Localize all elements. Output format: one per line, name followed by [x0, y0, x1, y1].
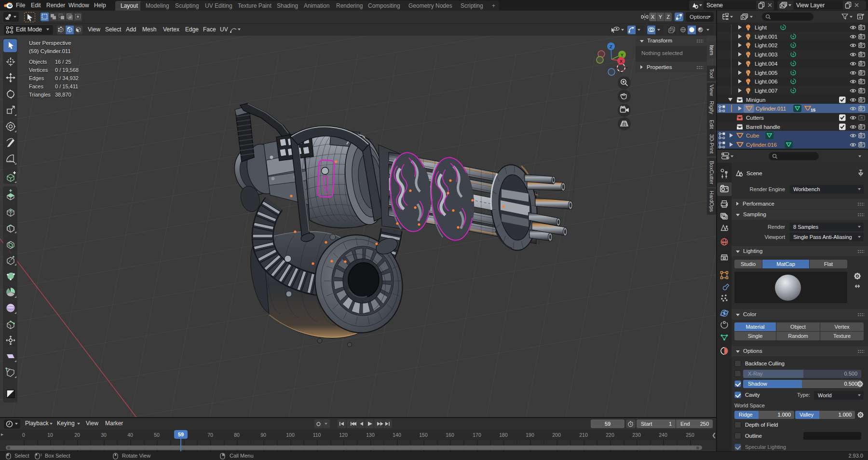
svg-text:Z: Z [610, 44, 612, 49]
svg-text:Y: Y [621, 52, 624, 57]
svg-text:X: X [620, 58, 623, 64]
